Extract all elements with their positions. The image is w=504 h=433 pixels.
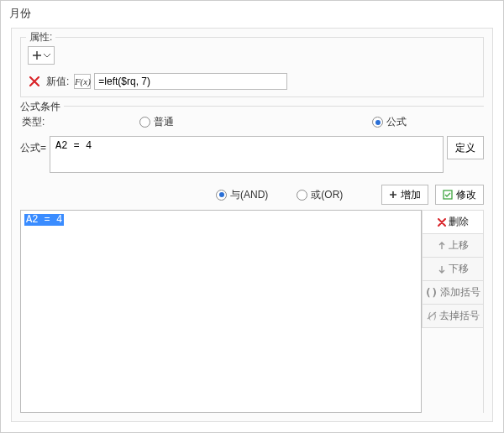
logic-and-radio[interactable]: 与(AND)	[216, 188, 268, 202]
modify-icon	[443, 190, 453, 200]
modify-condition-label: 修改	[456, 188, 476, 202]
logic-row: 与(AND) 或(OR) 增加 修改	[20, 185, 484, 205]
add-condition-button[interactable]: 增加	[381, 185, 428, 205]
remove-paren-icon: ()	[427, 311, 437, 321]
logic-and-label: 与(AND)	[230, 188, 268, 202]
arrow-down-icon	[438, 265, 446, 274]
modify-condition-button[interactable]: 修改	[435, 185, 484, 205]
logic-or-label: 或(OR)	[311, 188, 343, 202]
move-down-label: 下移	[449, 262, 469, 276]
plus-icon	[389, 190, 397, 199]
close-icon	[438, 218, 446, 227]
window: 月份 属性: 新值: F(x) 公式条件 类型:	[0, 0, 504, 433]
paren-icon: ()	[425, 286, 438, 299]
arrow-up-icon	[438, 242, 446, 250]
formula-row: 公式= 定义	[20, 136, 484, 173]
fx-icon[interactable]: F(x)	[74, 74, 91, 89]
plus-icon	[33, 51, 41, 60]
delete-label: 删除	[449, 215, 469, 229]
move-up-button[interactable]: 上移	[422, 234, 483, 258]
main-panel: 属性: 新值: F(x) 公式条件 类型: 普通	[11, 28, 493, 422]
new-value-row: 新值: F(x)	[28, 73, 476, 90]
type-row: 类型: 普通 公式	[20, 110, 484, 133]
window-title: 月份	[1, 1, 503, 28]
new-value-label: 新值:	[46, 75, 69, 89]
add-condition-label: 增加	[401, 188, 421, 202]
remove-paren-label: 去掉括号	[439, 309, 480, 323]
delete-button[interactable]: 删除	[422, 211, 483, 234]
radio-icon	[372, 117, 383, 128]
svg-rect-0	[444, 190, 452, 199]
add-attribute-button[interactable]	[28, 46, 55, 65]
formula-condition-title: 公式条件	[20, 100, 64, 114]
attributes-legend: 属性:	[26, 30, 55, 44]
move-up-label: 上移	[449, 238, 469, 253]
type-normal-label: 普通	[154, 115, 174, 129]
type-formula-label: 公式	[386, 115, 407, 129]
radio-icon	[139, 117, 150, 128]
radio-icon	[216, 190, 227, 201]
type-normal-radio[interactable]: 普通	[139, 115, 174, 129]
formula-input[interactable]	[50, 136, 444, 173]
move-down-button[interactable]: 下移	[422, 258, 483, 281]
list-side-buttons: 删除 上移 下移 () 添加括号 ()	[422, 210, 484, 413]
logic-or-radio[interactable]: 或(OR)	[297, 188, 343, 202]
list-item[interactable]: A2 = 4	[24, 214, 64, 226]
attributes-fieldset: 属性: 新值: F(x)	[20, 37, 484, 97]
remove-paren-button[interactable]: () 去掉括号	[422, 305, 483, 328]
dropdown-caret-icon	[44, 54, 50, 58]
radio-icon	[297, 190, 307, 201]
define-button[interactable]: 定义	[447, 136, 484, 159]
condition-list-area: A2 = 4 删除 上移 下移 ()	[20, 210, 484, 413]
type-formula-radio[interactable]: 公式	[372, 115, 407, 129]
formula-equals-label: 公式=	[20, 136, 46, 155]
formula-condition-block: 公式条件 类型: 普通 公式 公式= 定义	[20, 106, 484, 413]
add-paren-button[interactable]: () 添加括号	[422, 281, 483, 305]
add-paren-label: 添加括号	[440, 285, 480, 300]
remove-value-icon[interactable]	[28, 75, 41, 88]
condition-listbox[interactable]: A2 = 4	[20, 210, 422, 413]
new-value-input[interactable]	[94, 73, 287, 90]
type-label: 类型:	[22, 115, 139, 129]
